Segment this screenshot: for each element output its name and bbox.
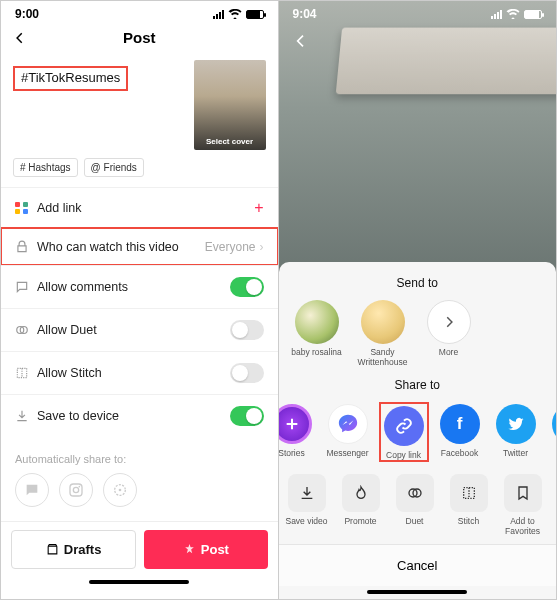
left-phone: 9:00 Post #TikTokResumes Select cover # …: [1, 1, 279, 599]
add-link-row[interactable]: Add link +: [1, 187, 278, 228]
action-privacy[interactable]: Privacy settings: [553, 474, 557, 536]
status-time: 9:04: [293, 7, 317, 21]
select-cover-label: Select cover: [194, 137, 266, 146]
status-indicators: [213, 9, 264, 19]
svg-point-6: [119, 489, 122, 492]
privacy-label: Who can watch this video: [37, 240, 205, 254]
action-favorite[interactable]: Add to Favorites: [499, 474, 547, 536]
auto-share-row: [1, 473, 278, 521]
share-messenger[interactable]: Messenger: [323, 404, 373, 460]
page-title: Post: [123, 29, 156, 46]
contact-item[interactable]: baby rosalina: [291, 300, 343, 368]
bottom-bar: Drafts Post: [1, 521, 278, 577]
avatar: [361, 300, 405, 344]
right-phone: 9:04 Send to baby rosalina Sandy Written…: [279, 1, 557, 599]
action-duet[interactable]: Duet: [391, 474, 439, 536]
twitter-icon: [496, 404, 536, 444]
contact-name: Sandy Writtenhouse: [357, 348, 409, 368]
avatar: [295, 300, 339, 344]
action-promote[interactable]: Promote: [337, 474, 385, 536]
duet-label: Allow Duet: [37, 323, 230, 337]
svg-point-4: [79, 486, 81, 488]
caption-area: #TikTokResumes Select cover: [1, 56, 278, 158]
home-indicator: [89, 580, 189, 584]
stories-icon: [279, 404, 312, 444]
contact-item[interactable]: Sandy Writtenhouse: [357, 300, 409, 368]
back-icon[interactable]: [293, 33, 309, 49]
friends-chip[interactable]: @ Friends: [84, 158, 144, 177]
svg-rect-2: [70, 484, 82, 496]
auto-share-label: Automatically share to:: [1, 437, 278, 473]
save-toggle[interactable]: [230, 406, 264, 426]
facebook-icon: f: [440, 404, 480, 444]
stitch-icon: [15, 366, 37, 380]
duet-row: Allow Duet: [1, 308, 278, 351]
share-sheet: Send to baby rosalina Sandy Writtenhouse…: [279, 262, 557, 599]
save-label: Save to device: [37, 409, 230, 423]
chevron-right-icon: [427, 300, 471, 344]
home-indicator: [367, 590, 467, 594]
drafts-button[interactable]: Drafts: [11, 530, 136, 569]
share-copylink[interactable]: Copy link: [379, 402, 429, 462]
stitch-icon: [450, 474, 488, 512]
comments-icon: [15, 280, 37, 294]
messenger-icon: [328, 404, 368, 444]
duet-toggle[interactable]: [230, 320, 264, 340]
bookmark-icon: [504, 474, 542, 512]
svg-point-3: [73, 487, 78, 492]
header: Post: [1, 23, 278, 56]
action-save[interactable]: Save video: [283, 474, 331, 536]
save-row: Save to device: [1, 394, 278, 437]
actions-row: Save video Promote Duet Stitch: [279, 466, 557, 544]
privacy-value: Everyone: [205, 240, 256, 254]
contact-name: baby rosalina: [291, 348, 342, 358]
action-stitch[interactable]: Stitch: [445, 474, 493, 536]
duet-icon: [15, 323, 37, 337]
cancel-button[interactable]: Cancel: [279, 544, 557, 586]
download-icon: [288, 474, 326, 512]
add-link-label: Add link: [37, 201, 254, 215]
share-instagram[interactable]: [59, 473, 93, 507]
send-to-header: Send to: [279, 276, 557, 290]
caption-hashtag: #TikTokResumes: [13, 66, 128, 91]
stitch-label: Allow Stitch: [37, 366, 230, 380]
comments-row: Allow comments: [1, 265, 278, 308]
hashtags-chip[interactable]: # Hashtags: [13, 158, 78, 177]
status-bar: 9:00: [1, 1, 278, 23]
comments-toggle[interactable]: [230, 277, 264, 297]
back-icon[interactable]: [13, 31, 27, 45]
status-time: 9:00: [15, 7, 39, 21]
privacy-row[interactable]: Who can watch this video Everyone ›: [1, 228, 278, 265]
cover-thumbnail[interactable]: Select cover: [194, 60, 266, 150]
share-stories[interactable]: Stories: [279, 404, 317, 460]
comments-label: Allow comments: [37, 280, 230, 294]
contacts-row: baby rosalina Sandy Writtenhouse More: [279, 300, 557, 374]
status-bar: 9:04: [279, 1, 557, 23]
post-button[interactable]: Post: [144, 530, 267, 569]
share-wechat[interactable]: [15, 473, 49, 507]
stitch-row: Allow Stitch: [1, 351, 278, 394]
chip-row: # Hashtags @ Friends: [1, 158, 278, 187]
share-dm[interactable]: [547, 404, 557, 460]
lock-icon: [15, 240, 37, 254]
more-contacts[interactable]: More: [423, 300, 475, 368]
addlink-icon: [15, 202, 37, 214]
link-icon: [384, 406, 424, 446]
share-row: Stories Messenger Copy link f Facebo: [279, 402, 557, 466]
laptop-prop: [335, 28, 556, 95]
plus-icon: +: [254, 199, 263, 217]
stitch-toggle[interactable]: [230, 363, 264, 383]
dm-icon: [552, 404, 557, 444]
share-to-header: Share to: [279, 378, 557, 392]
share-facebook[interactable]: f Facebook: [435, 404, 485, 460]
duet-icon: [396, 474, 434, 512]
download-icon: [15, 409, 37, 423]
caption-input[interactable]: #TikTokResumes: [13, 60, 186, 150]
chevron-right-icon: ›: [260, 240, 264, 254]
flame-icon: [342, 474, 380, 512]
share-twitter[interactable]: Twitter: [491, 404, 541, 460]
status-indicators: [491, 9, 542, 19]
more-label: More: [439, 348, 458, 358]
share-other[interactable]: [103, 473, 137, 507]
